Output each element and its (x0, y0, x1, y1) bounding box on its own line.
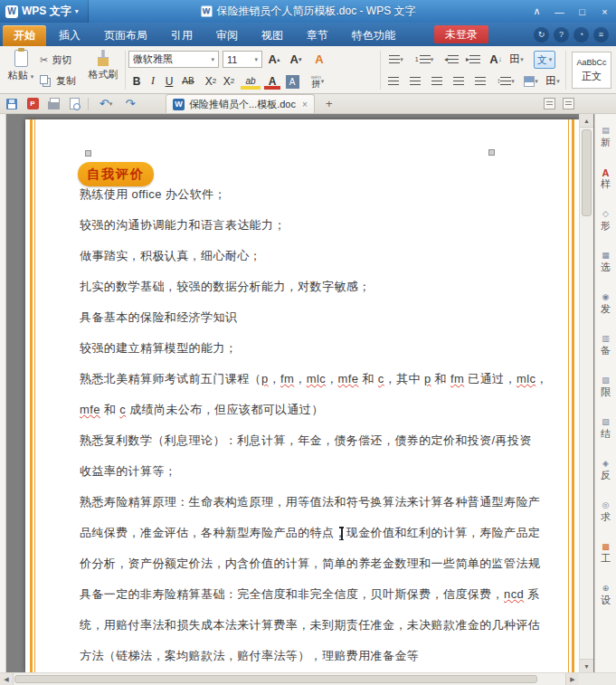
maximize-button[interactable]: □ (571, 0, 593, 23)
minimize-button[interactable]: — (548, 0, 571, 23)
print-preview-button[interactable] (67, 97, 81, 111)
side-panel-item-settings[interactable]: ⊕ 设 (601, 585, 611, 605)
login-button[interactable]: 未登录 (434, 25, 488, 43)
scroll-up-button[interactable]: ▲ (580, 114, 593, 128)
tab-references[interactable]: 引用 (160, 25, 204, 46)
print-button[interactable] (46, 97, 61, 111)
side-panel-item-structure[interactable]: ▨ 结 (601, 418, 611, 439)
decrease-font-size-button[interactable]: A▾ (288, 51, 304, 68)
superscript-button[interactable]: X2 (203, 72, 219, 90)
tab-home[interactable]: 开始 (3, 25, 46, 46)
scroll-left-button[interactable]: ◀ (0, 673, 14, 685)
vertical-scroll-thumb[interactable] (582, 129, 592, 216)
help-icon[interactable]: ? (554, 27, 569, 43)
justify-button[interactable] (450, 72, 467, 90)
pinyin-guide-button[interactable]: wén 拼 ▾ (306, 72, 329, 90)
close-tab-icon[interactable]: × (302, 100, 308, 109)
shading-button[interactable]: ▾ (521, 72, 541, 90)
export-pdf-button[interactable]: P (25, 97, 40, 111)
font-family-select[interactable]: 微软雅黑 ▾ (128, 51, 219, 68)
align-right-button[interactable] (429, 72, 445, 90)
wps-menu-button[interactable]: W WPS 文字 ▾ (0, 0, 89, 23)
strikethrough-button[interactable]: AB (177, 72, 199, 90)
text-tool-button[interactable]: 文 ▾ (534, 51, 555, 69)
side-panel-item-shapes[interactable]: ◇ 形 (601, 210, 611, 231)
document-tab[interactable]: W 保险推销员个...模板.doc × (166, 94, 315, 113)
style-gallery[interactable]: AaBbCc 正文 (572, 52, 611, 89)
bold-button[interactable]: B (128, 72, 145, 90)
object-handle[interactable] (85, 150, 91, 157)
document-text-line[interactable]: 较强的沟通协调能力和语言表达能力； (80, 210, 563, 241)
format-painter-button[interactable]: 格式刷 (85, 50, 121, 81)
side-panel-item-styles[interactable]: A 样 (601, 168, 611, 189)
document-text-line[interactable]: 统，用赔付率法和损失成本法来计算费率，未到期责任准金，未决赔款准金的几种评估 (80, 610, 563, 641)
document-text-line[interactable]: 具备基本的保险和经济学知识 (80, 302, 563, 333)
font-color-button[interactable]: A (264, 72, 280, 90)
distribute-button[interactable] (472, 72, 488, 90)
document-views-icon[interactable] (544, 98, 555, 109)
tab-review[interactable]: 审阅 (205, 25, 249, 46)
scroll-right-button[interactable]: ▶ (565, 673, 579, 685)
horizontal-scrollbar[interactable]: ◀ ▶ (0, 672, 579, 685)
side-panel-item-feedback[interactable]: ◈ 反 (601, 460, 611, 480)
document-text-line[interactable]: 较强的建立精算模型的能力； (80, 333, 563, 364)
decrease-indent-button[interactable]: ◂ (441, 51, 461, 68)
numbered-list-button[interactable]: 1 ▾ (412, 51, 436, 68)
side-panel-item-help[interactable]: ◎ 求 (601, 501, 611, 522)
line-spacing-button[interactable]: ↕ ▾ (494, 72, 517, 90)
character-border-button[interactable]: 田 ▾ (507, 51, 526, 68)
underline-button[interactable]: U (161, 72, 177, 90)
document-text-line[interactable]: 做事踏实，积极认真，细心耐心； (80, 241, 563, 271)
increase-font-size-button[interactable]: A▴ (266, 51, 282, 68)
tab-special-features[interactable]: 特色功能 (341, 25, 406, 46)
side-panel-item-discover[interactable]: ◉ 发 (601, 293, 611, 314)
text-effects-button[interactable]: A (311, 51, 327, 68)
document-text-line[interactable]: 扎实的数学基础，较强的数据分析能力，对数字敏感； (80, 271, 563, 302)
undo-button[interactable]: ↶ ▾ (95, 97, 117, 111)
vertical-scrollbar[interactable]: ▲ ▼ (579, 114, 593, 672)
side-panel-item-new[interactable]: ▤ 新 (601, 127, 611, 147)
copy-button[interactable]: 复制 (40, 74, 76, 88)
document-text-line[interactable]: 收益率的计算等； (80, 456, 563, 487)
document-text-line[interactable]: 熟悉北美精算师考试前五门课程（p，fm，mlc，mfe 和 c，其中 p 和 f… (80, 364, 563, 395)
tab-view[interactable]: 视图 (251, 25, 294, 46)
save-button[interactable] (5, 97, 19, 111)
history-icon[interactable]: ◔ (573, 27, 589, 43)
tab-insert[interactable]: 插入 (48, 25, 91, 46)
document-text-line[interactable]: 熟悉寿险精算原理：生命表构造原理，用等值法和符号换算法来计算各种普通型寿险产 (80, 487, 563, 518)
character-shading-button[interactable]: A (284, 72, 300, 90)
menu-icon[interactable]: ≡ (593, 27, 609, 43)
paste-button[interactable]: 粘贴 ▾ (4, 50, 38, 82)
document-text-line[interactable]: 价分析，资产份额定价法，内含价值的计算，简单的养老金数理和一些简单的监管法规 (80, 548, 563, 579)
increase-indent-button[interactable]: ▸ (463, 51, 483, 68)
font-size-select[interactable]: 11 ▾ (223, 51, 262, 68)
horizontal-scroll-thumb[interactable] (14, 675, 537, 683)
document-text-line[interactable]: 熟悉复利数学（利息理论）：利息计算，年金，债务偿还，债券的定价和投资/再投资 (80, 425, 563, 456)
document-text-line[interactable]: mfe 和 c 成绩尚未公布，但应该都可以通过） (80, 395, 563, 425)
side-panel-item-restrict[interactable]: ▧ 限 (601, 376, 611, 397)
close-button[interactable]: × (593, 0, 616, 23)
subscript-button[interactable]: X2 (221, 72, 237, 90)
document-text-line[interactable]: 熟练使用 office 办公软件； (80, 179, 563, 210)
italic-button[interactable]: I (145, 72, 161, 90)
highlight-color-button[interactable]: ab (241, 72, 261, 90)
side-panel-item-backup[interactable]: ▥ 备 (601, 335, 611, 356)
text-direction-button[interactable]: A ↓ (487, 51, 505, 68)
document-text-line[interactable]: 方法（链梯法，案均赔款法，赔付率法等），理赔费用准备金等 (80, 641, 563, 671)
side-panel-item-tools[interactable]: ▩ 工 (601, 543, 611, 564)
align-center-button[interactable] (407, 72, 423, 90)
collapse-ribbon-icon[interactable]: ∧ (526, 0, 548, 23)
redo-button[interactable]: ↷ (123, 97, 137, 111)
side-panel-item-select[interactable]: ▦ 选 (601, 252, 611, 272)
document-text-line[interactable]: 具备一定的非寿险精算基础：完全信度和非完全信度，贝叶斯保费，信度保费，ncd 系 (80, 579, 563, 610)
arrange-windows-icon[interactable] (563, 98, 574, 109)
document-page[interactable]: 自我评价 熟练使用 office 办公软件； 较强的沟通协调能力和语言表达能力；… (25, 119, 579, 672)
borders-button[interactable]: 田 ▾ (543, 72, 563, 90)
new-tab-button[interactable]: + (321, 96, 337, 112)
tab-page-layout[interactable]: 页面布局 (93, 25, 158, 46)
scroll-down-button[interactable]: ▼ (580, 659, 593, 672)
object-handle[interactable] (488, 149, 495, 156)
refresh-icon[interactable]: ↻ (534, 27, 549, 43)
tab-section[interactable]: 章节 (296, 25, 339, 46)
cut-button[interactable]: ✂ 剪切 (40, 53, 71, 67)
